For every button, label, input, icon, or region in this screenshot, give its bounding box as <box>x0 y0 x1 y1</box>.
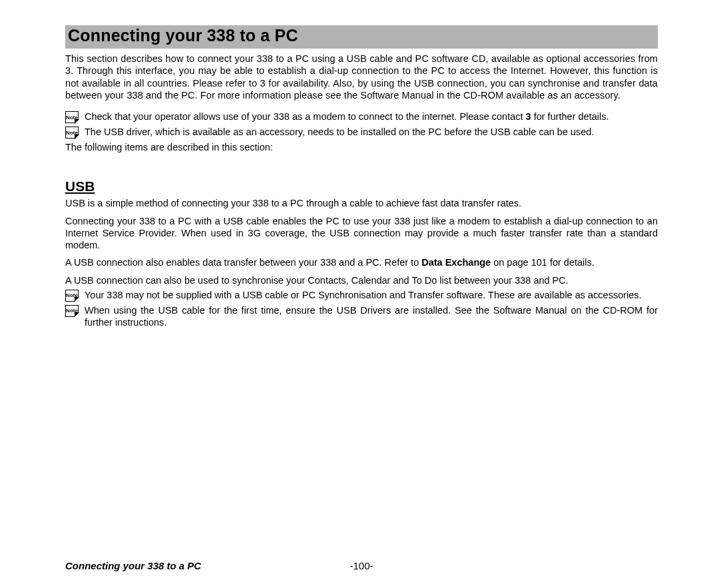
note-row-1: Note Check that your operator allows use… <box>65 111 658 123</box>
note-row-2: Note The USB driver, which is available … <box>65 126 658 139</box>
usb-note-row-2: Note When using the USB cable for the fi… <box>65 304 658 329</box>
note1-bold: 3 <box>526 111 531 122</box>
spacer <box>65 156 658 178</box>
usb-p1: USB is a simple method of connecting you… <box>65 197 658 209</box>
footer-title: Connecting your 338 to a PC <box>65 560 201 571</box>
note-icon: Note <box>65 127 79 139</box>
usb-p2: Connecting your 338 to a PC with a USB c… <box>65 215 658 252</box>
usb-heading: USB <box>65 178 658 194</box>
usb-note-text-2: When using the USB cable for the first t… <box>85 304 658 329</box>
following-items-line: The following items are described in thi… <box>65 141 658 153</box>
page-footer: Connecting your 338 to a PC -100- <box>65 560 658 571</box>
note-icon: Note <box>65 290 79 302</box>
usb-p3: A USB connection also enables data trans… <box>65 256 658 268</box>
usb-p3-pre: A USB connection also enables data trans… <box>65 257 421 268</box>
note1-pre: Check that your operator allows use of y… <box>85 111 526 122</box>
intro-paragraph: This section describes how to connect yo… <box>65 53 658 101</box>
note1-post: for further details. <box>531 111 609 122</box>
title-bar: Connecting your 338 to a PC <box>65 25 658 49</box>
note-icon: Note <box>65 111 79 123</box>
usb-note-text-1: Your 338 may not be supplied with a USB … <box>85 289 658 301</box>
document-page: Connecting your 338 to a PC This section… <box>0 0 719 588</box>
page-title: Connecting your 338 to a PC <box>68 26 655 45</box>
note-icon: Note <box>65 305 79 317</box>
usb-p4: A USB connection can also be used to syn… <box>65 274 658 286</box>
note-text-2: The USB driver, which is available as an… <box>85 126 658 138</box>
usb-note-row-1: Note Your 338 may not be supplied with a… <box>65 289 658 302</box>
page-number: -100- <box>350 560 373 571</box>
usb-p3-bold: Data Exchange <box>421 257 491 268</box>
note-text-1: Check that your operator allows use of y… <box>85 111 658 123</box>
usb-p3-post: on page 101 for details. <box>491 257 595 268</box>
